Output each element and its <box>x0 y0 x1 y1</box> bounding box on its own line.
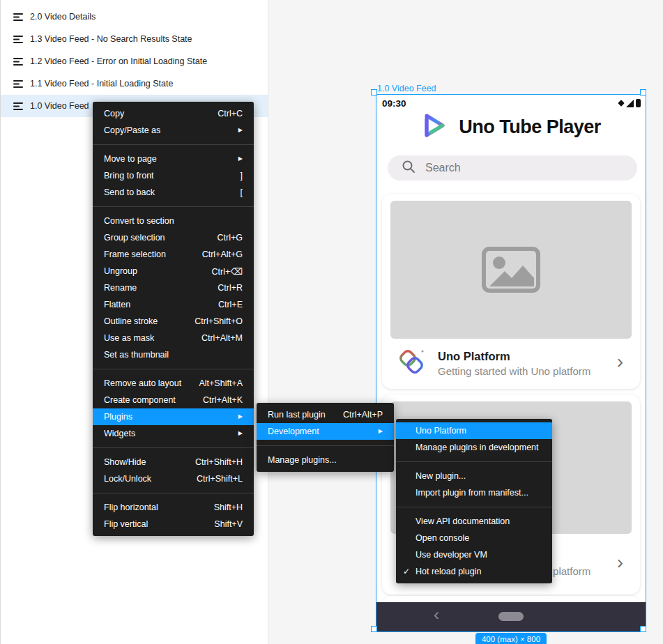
checkmark-icon: ✓ <box>403 567 416 576</box>
layer-label: 1.0 Video Feed <box>30 101 89 111</box>
selection-handle-top-left[interactable] <box>371 89 377 95</box>
menu-separator <box>93 369 254 369</box>
image-placeholder-icon <box>481 246 541 293</box>
auto-layout-lines-icon <box>13 80 23 88</box>
status-icons <box>618 99 641 107</box>
selection-handle-bottom-right[interactable] <box>640 626 646 632</box>
menu-separator <box>93 447 254 448</box>
selection-handle-top-right[interactable] <box>640 89 646 95</box>
chevron-right-icon: › <box>617 553 623 575</box>
submenu-arrow-icon: ▶ <box>379 429 383 434</box>
chevron-right-icon: › <box>617 352 623 374</box>
menu-item-import-plugin-from-manifest[interactable]: Import plugin from manifest... <box>396 484 552 501</box>
menu-item-set-as-thumbnail[interactable]: Set as thumbnail <box>93 346 254 363</box>
menu-item-copy-paste-as[interactable]: Copy/Paste as▶ <box>93 122 254 139</box>
menu-separator <box>396 507 552 507</box>
layer-item-1-1-video-feed[interactable]: 1.1 Video Feed - Initial Loading State <box>1 72 268 95</box>
menu-item-flip-horizontal[interactable]: Flip horizontalShift+H <box>93 499 254 516</box>
search-placeholder: Search <box>425 162 461 174</box>
menu-item-open-console[interactable]: Open console <box>396 530 552 546</box>
frame-title-label[interactable]: 1.0 Video Feed <box>377 84 436 93</box>
diamond-icon <box>618 100 625 107</box>
search-input[interactable]: Search <box>388 155 637 181</box>
menu-item-move-to-page[interactable]: Move to page▶ <box>93 151 254 167</box>
submenu-arrow-icon: ▶ <box>238 431 243 436</box>
layer-item-1-2-video-feed[interactable]: 1.2 Video Feed - Error on Initial Loadin… <box>1 50 268 72</box>
menu-item-show-hide[interactable]: Show/HideCtrl+Shift+H <box>93 454 254 470</box>
menu-item-use-as-mask[interactable]: Use as maskCtrl+Alt+M <box>93 330 254 346</box>
menu-item-ungroup[interactable]: UngroupCtrl+⌫ <box>93 263 254 279</box>
menu-item-rename[interactable]: RenameCtrl+R <box>93 279 254 296</box>
menu-item-manage-plugins-in-development[interactable]: Manage plugins in development <box>396 439 552 456</box>
submenu-arrow-icon: ▶ <box>238 156 243 162</box>
video-list-item: Uno Platform Getting started with Uno pl… <box>382 342 640 389</box>
menu-separator <box>93 206 254 207</box>
menu-item-hot-reload-plugin[interactable]: ✓Hot reload plugin <box>396 563 552 580</box>
layer-label: 2.0 Video Details <box>30 12 96 22</box>
menu-separator <box>93 144 254 145</box>
uno-platform-logo-icon <box>396 346 427 380</box>
submenu-arrow-icon: ▶ <box>238 128 243 133</box>
menu-item-outline-stroke[interactable]: Outline strokeCtrl+Shift+O <box>93 313 254 330</box>
back-chevron-icon[interactable]: ‹ <box>434 605 439 624</box>
menu-item-uno-platform[interactable]: Uno Platform <box>396 422 552 439</box>
menu-separator <box>396 461 552 462</box>
app-header: Uno Tube Player <box>376 110 646 144</box>
menu-item-create-component[interactable]: Create componentCtrl+Alt+K <box>93 392 254 408</box>
auto-layout-lines-icon <box>13 58 23 66</box>
menu-item-plugins[interactable]: Plugins▶ <box>93 408 254 425</box>
signal-triangle-icon <box>626 100 634 107</box>
menu-separator <box>93 493 254 493</box>
menu-item-manage-plugins[interactable]: Manage plugins... <box>257 452 394 468</box>
video-subtitle: Getting started with Uno platform <box>438 365 606 377</box>
auto-layout-lines-icon <box>13 102 23 110</box>
menu-item-lock-unlock[interactable]: Lock/UnlockCtrl+Shift+L <box>93 470 254 487</box>
menu-item-bring-to-front[interactable]: Bring to front] <box>93 167 254 184</box>
auto-layout-lines-icon <box>13 36 23 43</box>
search-icon <box>402 160 416 176</box>
frame-size-badge: 400 (max) × 800 <box>475 633 547 644</box>
video-card: Uno Platform Getting started with Uno pl… <box>382 194 640 389</box>
menu-item-development[interactable]: Development▶ <box>257 423 394 440</box>
app-title: Uno Tube Player <box>459 116 601 138</box>
menu-item-new-plugin[interactable]: New plugin... <box>396 468 552 484</box>
development-submenu: Uno Platform Manage plugins in developme… <box>396 419 552 583</box>
auto-layout-lines-icon <box>13 13 23 21</box>
layer-label: 1.1 Video Feed - Initial Loading State <box>30 79 173 89</box>
menu-item-use-developer-vm[interactable]: Use developer VM <box>396 546 552 563</box>
video-thumbnail-placeholder <box>390 201 632 339</box>
video-texts: Uno Platform Getting started with Uno pl… <box>438 350 606 377</box>
menu-item-convert-to-section[interactable]: Convert to section <box>93 213 254 229</box>
menu-separator <box>257 445 394 446</box>
menu-item-run-last-plugin[interactable]: Run last pluginCtrl+Alt+P <box>257 406 394 423</box>
menu-item-copy[interactable]: CopyCtrl+C <box>93 105 254 122</box>
menu-item-remove-auto-layout[interactable]: Remove auto layoutAlt+Shift+A <box>93 375 254 392</box>
plugins-submenu: Run last pluginCtrl+Alt+P Development▶ M… <box>257 403 394 472</box>
menu-item-group-selection[interactable]: Group selectionCtrl+G <box>93 229 254 246</box>
layer-item-2-0-video-details[interactable]: 2.0 Video Details <box>1 6 268 28</box>
context-menu: CopyCtrl+C Copy/Paste as▶ Move to page▶ … <box>93 102 254 536</box>
selection-handle-bottom-left[interactable] <box>371 626 377 632</box>
submenu-arrow-icon: ▶ <box>238 414 243 420</box>
android-navigation-bar: ‹ <box>376 602 646 631</box>
home-indicator[interactable] <box>498 612 524 621</box>
menu-item-widgets[interactable]: Widgets▶ <box>93 425 254 442</box>
menu-item-view-api-documentation[interactable]: View API documentation <box>396 513 552 530</box>
layer-label: 1.2 Video Feed - Error on Initial Loadin… <box>30 56 207 66</box>
battery-icon <box>636 99 641 107</box>
layer-item-1-3-video-feed[interactable]: 1.3 Video Feed - No Search Results State <box>1 28 268 50</box>
menu-item-send-to-back[interactable]: Send to back[ <box>93 184 254 201</box>
uno-tube-player-logo-icon <box>421 110 449 144</box>
phone-status-bar: 09:30 <box>382 97 641 109</box>
layer-label: 1.3 Video Feed - No Search Results State <box>30 34 192 44</box>
menu-item-flatten[interactable]: FlattenCtrl+E <box>93 296 254 313</box>
video-title: Uno Platform <box>438 350 606 363</box>
menu-item-frame-selection[interactable]: Frame selectionCtrl+Alt+G <box>93 246 254 263</box>
menu-item-flip-vertical[interactable]: Flip verticalShift+V <box>93 516 254 532</box>
status-time: 09:30 <box>382 98 406 109</box>
